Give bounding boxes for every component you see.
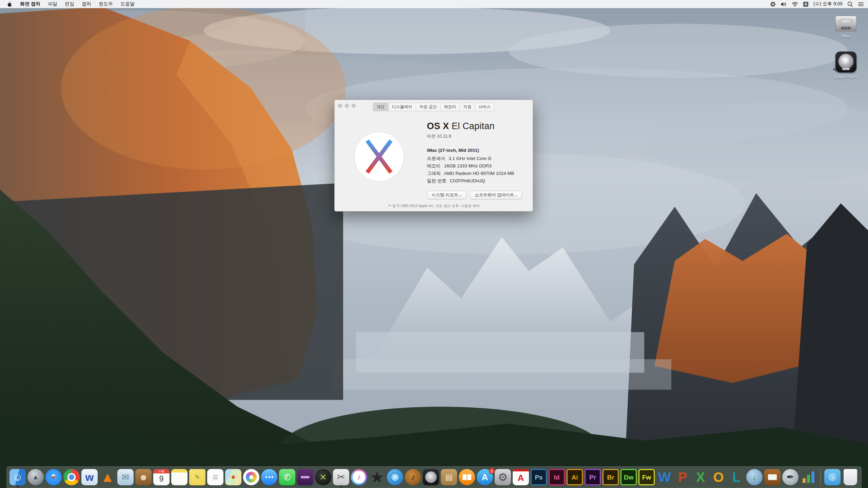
menu-item-3[interactable]: 캡처	[78, 1, 95, 7]
stickies-dock-icon[interactable]: ✎	[189, 466, 205, 488]
excel-dock-icon[interactable]: X	[692, 466, 709, 488]
spotlight-icon[interactable]	[847, 1, 853, 7]
trash-dock-icon[interactable]	[842, 466, 859, 488]
maps-icon	[225, 469, 241, 485]
volume-icon[interactable]	[781, 1, 787, 7]
safari-dock-icon[interactable]: ➤	[45, 466, 62, 488]
wifi-icon[interactable]	[792, 2, 798, 7]
calendar-dock-icon[interactable]: 12월9	[153, 466, 170, 488]
software-update-button[interactable]: 소프트웨어 업데이트...	[470, 191, 522, 199]
powerpoint-glyph: P	[678, 470, 687, 484]
indesign-icon: Id	[549, 469, 565, 485]
os-x-logo	[354, 131, 405, 182]
photos-dock-icon[interactable]	[243, 466, 259, 488]
logic-disc	[839, 54, 853, 69]
input-source-a-icon[interactable]: A	[803, 1, 809, 7]
fireworks-dock-icon[interactable]: Fw	[638, 466, 655, 488]
webhard-dock-icon[interactable]: w	[81, 466, 98, 488]
mac-model: iMac (27-inch, Mid 2011)	[427, 148, 522, 153]
outlook-dock-icon[interactable]: O	[710, 466, 727, 488]
bridge-dock-icon[interactable]: Br	[603, 466, 619, 488]
indesign-dock-icon[interactable]: Id	[549, 466, 565, 488]
itunes-icon: ♪	[351, 469, 367, 485]
screen-capture-running-indicator	[340, 486, 342, 487]
imovie-dock-icon[interactable]: ★	[369, 466, 385, 488]
desktop-icon-logic-pro-x[interactable]: ↖ Logic Pro X	[827, 52, 865, 79]
downloads-folder-dock-icon[interactable]: ↓	[824, 466, 841, 488]
acrobat-reader-dock-icon[interactable]: A	[513, 466, 529, 488]
spec-label: 프로세서	[427, 155, 445, 162]
spec-label: 일련 번호	[427, 177, 447, 185]
notification-center-icon[interactable]	[858, 2, 864, 7]
numbers-icon	[800, 469, 816, 485]
finder-glyph: ☺	[13, 472, 23, 482]
about-tab-3[interactable]: 메모리	[440, 103, 460, 111]
dreamweaver-dock-icon[interactable]: Dw	[620, 466, 637, 488]
premiere-dock-icon[interactable]: Pr	[585, 466, 601, 488]
dock: ☺▲➤w▲✉☻12월9✎≡⋯✆✕✂♪★♪▤A1⚙APsIdAiPrBrDwFwW…	[6, 466, 862, 488]
xilisoft-converter-dock-icon[interactable]: ✕	[315, 466, 331, 488]
garageband-dock-icon[interactable]: ♪	[405, 466, 421, 488]
finder-dock-icon[interactable]: ☺	[9, 466, 26, 488]
logic-pro-x-dock-icon[interactable]	[423, 466, 439, 488]
about-tab-5[interactable]: 서비스	[475, 103, 494, 111]
mail-dock-icon[interactable]: ✉	[117, 466, 134, 488]
numbers-dock-icon[interactable]	[800, 466, 816, 488]
menu-item-5[interactable]: 도움말	[117, 1, 138, 7]
logic-slot	[842, 68, 850, 70]
maps-dock-icon[interactable]	[225, 466, 241, 488]
apple-menu-icon[interactable]	[4, 1, 16, 7]
reminders-icon: ≡	[207, 469, 223, 485]
downloader-dock-icon[interactable]: ↓	[746, 466, 763, 488]
launchpad-dock-icon[interactable]: ▲	[27, 466, 44, 488]
menu-item-1[interactable]: 파일	[44, 1, 61, 7]
chrome-dock-icon[interactable]	[63, 466, 80, 488]
toast-titanium-dock-icon[interactable]	[297, 466, 313, 488]
menu-item-2[interactable]: 편집	[61, 1, 78, 7]
system-preferences-dock-icon[interactable]: ⚙	[495, 466, 511, 488]
webhard-glyph: w	[85, 472, 94, 483]
menu-clock[interactable]: (수) 오후 9:05	[813, 1, 843, 7]
about-buttons: 시스템 리포트... 소프트웨어 업데이트...	[427, 191, 522, 199]
contacts-dock-icon[interactable]: ☻	[135, 466, 152, 488]
menu-app-name[interactable]: 화면 캡처	[16, 1, 44, 7]
spec-value: C02FPA8UDHJQ	[450, 177, 485, 185]
about-tab-1[interactable]: 디스플레이	[389, 103, 416, 111]
acrobat-reader-header	[513, 469, 529, 471]
ibooks-dock-icon[interactable]	[459, 466, 475, 488]
reminders-dock-icon[interactable]: ≡	[207, 466, 223, 488]
illustrator-dock-icon[interactable]: Ai	[567, 466, 583, 488]
pages-dock-icon[interactable]: ✒	[782, 466, 798, 488]
about-tab-2[interactable]: 저장 공간	[416, 103, 440, 111]
chrome-icon	[63, 469, 80, 485]
powerpoint-dock-icon[interactable]: P	[674, 466, 691, 488]
photoshop-dock-icon[interactable]: Ps	[531, 466, 547, 488]
app-store-dock-icon[interactable]: A1	[477, 466, 493, 488]
about-tab-0[interactable]: 개요	[373, 103, 389, 111]
contacts-icon: ☻	[135, 469, 152, 485]
facetime-glyph: ✆	[283, 473, 291, 482]
stickies-icon: ✎	[189, 469, 205, 485]
keynote-dock-icon[interactable]	[764, 466, 781, 488]
spec-list: 프로세서3.1 GHz Intel Core i5메모리16GB 1333 MH…	[427, 155, 522, 185]
el-capitan-wallpaper	[0, 0, 868, 488]
fan-icon[interactable]	[770, 1, 776, 7]
lync-dock-icon[interactable]: L	[728, 466, 745, 488]
system-report-button[interactable]: 시스템 리포트...	[427, 191, 467, 199]
menu-item-4[interactable]: 윈도우	[95, 1, 117, 7]
desktop-icon-imac[interactable]: iMac	[827, 16, 865, 39]
screen-capture-dock-icon[interactable]: ✂	[333, 466, 349, 488]
dreamweaver-icon: Dw	[620, 469, 637, 485]
media-converter-dock-icon[interactable]	[387, 466, 403, 488]
itunes-dock-icon[interactable]: ♪	[351, 466, 367, 488]
messages-dock-icon[interactable]: ⋯	[261, 466, 277, 488]
word-dock-icon[interactable]: W	[656, 466, 673, 488]
vlc-dock-icon[interactable]: ▲	[99, 466, 116, 488]
downloads-folder-icon: ↓	[824, 469, 841, 485]
about-tab-4[interactable]: 지원	[460, 103, 475, 111]
photo-collage-glyph: ▤	[445, 473, 453, 481]
notes-dock-icon[interactable]	[171, 466, 188, 488]
menu-bar: 화면 캡처파일편집캡처윈도우도움말	[0, 0, 868, 8]
facetime-dock-icon[interactable]: ✆	[279, 466, 295, 488]
photo-collage-dock-icon[interactable]: ▤	[441, 466, 457, 488]
